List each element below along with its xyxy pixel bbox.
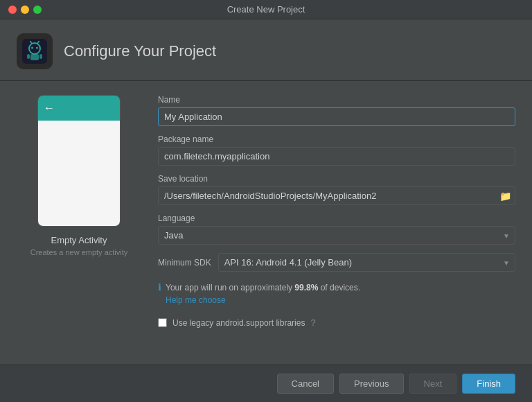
phone-top-bar: ← (38, 96, 120, 121)
package-input[interactable] (158, 147, 515, 166)
main-container: Configure Your Project ← Empty Activity … (0, 19, 532, 402)
min-sdk-row: Minimum SDK API 16: Android 4.1 (Jelly B… (158, 253, 515, 272)
close-button[interactable] (8, 6, 17, 14)
traffic-lights (8, 6, 42, 14)
info-text-before: Your app will run on approximately (166, 283, 294, 292)
svg-rect-8 (30, 54, 39, 60)
svg-point-7 (38, 41, 39, 42)
title-bar: Create New Project (0, 0, 532, 19)
legacy-support-row: Use legacy android.support libraries ? (158, 317, 515, 328)
save-location-field-wrapper: 📁 (158, 186, 515, 205)
package-label: Package name (158, 134, 515, 144)
cancel-button[interactable]: Cancel (277, 374, 334, 394)
device-compatibility-info: ℹ Your app will run on approximately 99.… (158, 281, 515, 306)
minimize-button[interactable] (21, 6, 29, 14)
language-group: Language Java Kotlin ▼ (158, 213, 515, 245)
form-panel: Name Package name Save location 📁 Langua… (158, 95, 515, 351)
activity-type-sublabel: Creates a new empty activity (30, 248, 128, 256)
help-me-choose-link[interactable]: Help me choose (166, 295, 226, 305)
legacy-support-label: Use legacy android.support libraries (172, 318, 305, 328)
compatibility-percent: 99.8% (294, 283, 318, 292)
svg-rect-9 (27, 54, 30, 59)
body: ← Empty Activity Creates a new empty act… (0, 81, 532, 365)
save-location-group: Save location 📁 (158, 174, 515, 205)
phone-content-area (38, 121, 120, 226)
back-arrow-icon: ← (44, 102, 55, 114)
save-location-label: Save location (158, 174, 515, 184)
android-studio-icon (17, 33, 53, 69)
footer: Cancel Previous Next Finish (0, 365, 532, 402)
legacy-help-icon[interactable]: ? (310, 317, 315, 328)
page-title: Configure Your Project (64, 42, 216, 60)
finish-button[interactable]: Finish (462, 374, 515, 394)
previous-button[interactable]: Previous (339, 374, 404, 394)
info-text-after: of devices. (318, 283, 360, 292)
min-sdk-label: Minimum SDK (158, 258, 211, 268)
name-input[interactable] (158, 107, 515, 126)
svg-point-3 (36, 47, 38, 49)
save-location-input[interactable] (158, 186, 515, 205)
header: Configure Your Project (0, 19, 532, 81)
min-sdk-select[interactable]: API 16: Android 4.1 (Jelly Bean) API 21:… (218, 253, 515, 272)
name-group: Name (158, 95, 515, 126)
folder-browse-icon[interactable]: 📁 (499, 191, 511, 202)
info-icon: ℹ (158, 282, 161, 292)
svg-point-6 (30, 41, 31, 42)
window-title: Create New Project (227, 4, 305, 15)
svg-point-2 (31, 47, 33, 49)
phone-preview: ← (37, 95, 121, 227)
name-label: Name (158, 95, 515, 105)
device-compatibility-text: Your app will run on approximately 99.8%… (166, 281, 360, 306)
min-sdk-select-wrapper: API 16: Android 4.1 (Jelly Bean) API 21:… (218, 253, 515, 272)
activity-type-label: Empty Activity (51, 235, 107, 245)
language-label: Language (158, 213, 515, 223)
preview-panel: ← Empty Activity Creates a new empty act… (17, 95, 141, 351)
svg-rect-10 (39, 54, 42, 59)
maximize-button[interactable] (33, 6, 42, 14)
next-button[interactable]: Next (409, 374, 457, 394)
package-group: Package name (158, 134, 515, 166)
language-select[interactable]: Java Kotlin (158, 226, 515, 245)
language-select-wrapper: Java Kotlin ▼ (158, 226, 515, 245)
legacy-support-checkbox[interactable] (158, 318, 167, 327)
